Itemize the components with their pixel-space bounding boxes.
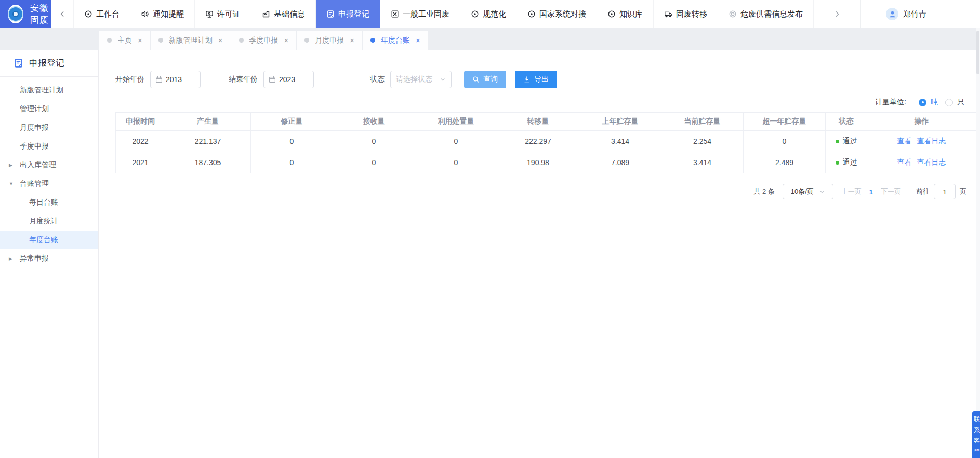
export-button[interactable]: 导出 [515,71,557,88]
nav-item-7[interactable]: 规范化 [460,0,517,28]
sidebar-item[interactable]: ▼台账管理 [0,174,98,193]
sidebar-title: 申报登记 [29,57,64,69]
sidebar-item[interactable]: 管理计划 [0,100,98,118]
tab-2[interactable]: 新版管理计划× [151,31,231,50]
tab-4[interactable]: 月度申报× [297,31,362,50]
column-header: 上年贮存量 [579,113,661,131]
user-avatar-icon [886,8,898,20]
target-icon [527,10,536,18]
scrollbar-thumb[interactable] [976,31,979,74]
open-tabs-bar: 主页×新版管理计划×季度申报×月度申报×年度台账× [0,28,980,50]
sidebar-item[interactable]: 每日台账 [0,193,98,212]
user-menu[interactable]: 郑竹青 [860,0,980,28]
nav-item-10[interactable]: 固废转移 [654,0,718,28]
view-log-link[interactable]: 查看日志 [917,137,946,145]
nav-item-3[interactable]: 许可证 [195,0,251,28]
sidebar-item-label: 出入库管理 [20,160,56,170]
sidebar-item[interactable]: ▶异常申报 [0,249,98,268]
tab-label: 月度申报 [315,36,344,45]
sidebar-item-label: 每日台账 [29,198,58,207]
chevron-right-icon [833,10,841,18]
tab-5[interactable]: 年度台账× [363,31,428,50]
sidebar-item[interactable]: 季度申报 [0,137,98,156]
cell-value: 0 [744,131,826,152]
prev-page-button[interactable]: 上一页 [841,187,862,196]
unit-radio-selected[interactable]: 吨 [919,98,938,107]
nav-item-8[interactable]: 国家系统对接 [517,0,597,28]
chevron-down-icon [819,188,825,195]
contact-mini-button[interactable] [973,451,980,458]
column-header: 修正量 [251,113,333,131]
nav-item-4[interactable]: 基础信息 [251,0,316,28]
sidebar-item[interactable]: 年度台账 [0,231,98,249]
sidebar-item-label: 台账管理 [20,179,49,188]
nav-item-label: 规范化 [483,9,506,19]
status-label: 状态 [370,75,385,84]
nav-item-2[interactable]: 通知提醒 [130,0,195,28]
app-logo-icon [8,5,23,23]
unit-radio-option[interactable]: 只 [945,98,964,107]
start-year-input-box [150,71,201,88]
nav-item-label: 固废转移 [676,9,707,19]
status-badge: 通过 [826,158,867,167]
cell-value: 222.297 [497,131,579,152]
cell-value: 7.089 [579,152,661,173]
search-button[interactable]: 查询 [464,71,506,88]
sidebar-item-label: 季度申报 [20,142,49,151]
nav-item-label: 通知提醒 [153,9,184,19]
column-header: 超一年贮存量 [744,113,826,131]
status-select[interactable]: 请选择状态 [390,71,452,88]
cell-year: 2021 [116,152,165,173]
tab-status-dot [370,38,375,43]
next-page-button[interactable]: 下一页 [881,187,901,196]
cell-value: 0 [251,152,333,173]
target-icon [471,10,479,18]
nav-item-6[interactable]: 一般工业固废 [380,0,460,28]
nav-scroll-right-button[interactable] [814,0,860,28]
sidebar-item[interactable]: 月度统计 [0,212,98,231]
total-count: 共 2 条 [753,187,774,196]
nav-item-9[interactable]: 知识库 [597,0,654,28]
filter-row: 开始年份 结束年份 状态 请选择状态 查询 导出 [115,71,980,88]
radio-icon [945,99,953,106]
table-row: 2021187.305000190.987.0893.4142.489通过查看查… [116,152,976,173]
page-number-1[interactable]: 1 [869,188,873,196]
view-link[interactable]: 查看 [897,137,912,145]
calendar-icon [155,76,163,83]
start-year-label: 开始年份 [115,75,144,84]
tab-label: 新版管理计划 [169,36,213,45]
search-icon [472,76,480,83]
monitor-icon [205,10,214,18]
nav-item-5[interactable]: 申报登记 [316,0,380,28]
sidebar-item[interactable]: ▶出入库管理 [0,156,98,174]
column-header: 利用处置量 [415,113,497,131]
sidebar-item[interactable]: 月度申报 [0,118,98,137]
end-year-input[interactable] [279,75,309,84]
nav-item-11[interactable]: 危废供需信息发布 [718,0,814,28]
close-icon[interactable]: × [350,36,354,44]
target-icon [84,10,92,18]
nav-scroll-left-button[interactable] [51,0,74,28]
close-icon[interactable]: × [416,36,420,44]
cell-year: 2022 [116,131,165,152]
tab-3[interactable]: 季度申报× [231,31,297,50]
vertical-scrollbar[interactable] [976,28,980,458]
top-nav: 工作台通知提醒许可证基础信息申报登记一般工业固废规范化国家系统对接知识库固废转移… [51,0,980,28]
sidebar-item[interactable]: 新版管理计划 [0,81,98,100]
nav-item-1[interactable]: 工作台 [74,0,130,28]
tab-label: 季度申报 [249,36,279,45]
close-icon[interactable]: × [138,36,142,44]
goto-page-input[interactable] [934,184,956,199]
goto-label: 前往 [916,187,930,196]
view-link[interactable]: 查看 [897,158,912,166]
page-size-select[interactable]: 10条/页 [783,184,833,199]
cell-value: 0 [333,152,415,173]
close-icon[interactable]: × [284,36,289,44]
tab-1[interactable]: 主页× [99,31,150,50]
close-icon[interactable]: × [218,36,223,44]
view-log-link[interactable]: 查看日志 [917,158,946,166]
sidebar-item-label: 月度统计 [29,217,58,226]
start-year-input[interactable] [166,75,196,84]
column-header: 申报时间 [116,113,165,131]
nav-item-label: 一般工业固废 [403,9,449,19]
